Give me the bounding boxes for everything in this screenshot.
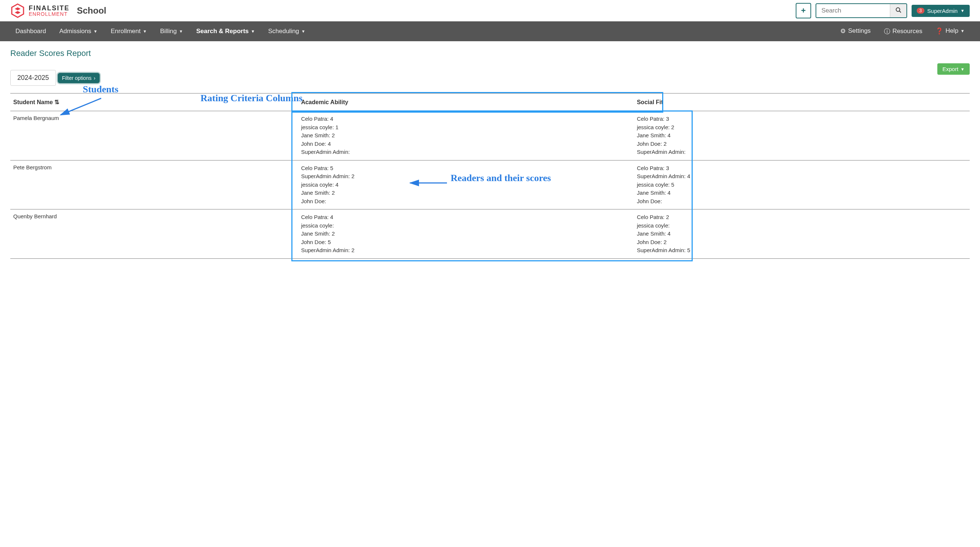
top-header: FINALSITE ENROLLMENT School + 3 SuperAdm… [0,0,980,21]
reader-score: SuperAdmin Admin: [637,148,967,156]
chevron-down-icon: ▼ [251,29,255,33]
col-social-fit[interactable]: Social Fit [634,94,970,111]
gear-icon: ⚙ [840,27,846,35]
main-nav: Dashboard Admissions▼ Enrollment▼ Billin… [0,21,980,41]
filter-options-button[interactable]: Filter options› [58,73,100,83]
reader-score: Jane Smith: 4 [637,131,967,140]
sort-icon: ⇅ [54,99,59,105]
reader-score: John Doe: [301,197,631,206]
nav-resources[interactable]: ⓘResources [877,27,929,36]
student-name-cell: Pamela Bergnaum [10,111,298,161]
table-row: Quenby BernhardCelo Patra: 4jessica coyl… [10,209,970,259]
nav-billing[interactable]: Billing▼ [153,21,189,41]
reader-score: jessica coyle: [301,222,631,230]
reader-score: John Doe: 4 [301,140,631,148]
reader-score: Celo Patra: 3 [637,115,967,123]
student-name-cell: Pete Bergstrom [10,160,298,209]
chevron-down-icon: ▼ [961,29,964,33]
page-content: Reader Scores Report 2024-2025 Export▼ F… [0,41,980,266]
table-body: Pamela BergnaumCelo Patra: 4jessica coyl… [10,111,970,259]
chevron-down-icon: ▼ [961,8,964,13]
reader-score: SuperAdmin Admin: 2 [301,246,631,255]
page-title: Reader Scores Report [10,49,970,58]
nav-admissions[interactable]: Admissions▼ [52,21,104,41]
reader-score: Jane Smith: 4 [637,189,967,197]
col-academic-ability[interactable]: Academic Ability [298,94,634,111]
school-name: School [77,6,106,16]
search-button[interactable] [890,4,907,17]
reader-score: jessica coyle: [637,222,967,230]
reader-score: jessica coyle: 4 [301,181,631,189]
logo: FINALSITE ENROLLMENT [10,3,70,18]
social-fit-cell: Celo Patra: 3SuperAdmin Admin: 4jessica … [634,160,970,209]
reader-score: Celo Patra: 3 [637,164,967,173]
chevron-down-icon: ▼ [179,29,183,33]
reader-score: Celo Patra: 4 [301,213,631,222]
logo-text-1: FINALSITE [29,5,70,11]
nav-scheduling[interactable]: Scheduling▼ [262,21,312,41]
search-bar [816,3,907,18]
reader-score: SuperAdmin Admin: 5 [637,246,967,255]
export-button[interactable]: Export▼ [937,63,970,75]
nav-help[interactable]: ❓Help▼ [929,27,971,35]
svg-point-0 [896,8,900,11]
reader-score: John Doe: 5 [301,238,631,247]
search-input[interactable] [816,4,890,17]
svg-line-1 [899,11,901,13]
notification-badge: 3 [917,8,924,14]
reader-score: Celo Patra: 5 [301,164,631,173]
reader-score: jessica coyle: 1 [301,123,631,132]
reader-score: SuperAdmin Admin: 2 [301,172,631,181]
year-selector[interactable]: 2024-2025 [10,70,56,86]
reader-score: Celo Patra: 4 [301,115,631,123]
reader-score: John Doe: [637,197,967,206]
search-icon [896,7,901,13]
reader-score: jessica coyle: 2 [637,123,967,132]
question-icon: ❓ [935,27,943,35]
student-name-cell: Quenby Bernhard [10,209,298,259]
reader-score: jessica coyle: 5 [637,181,967,189]
user-menu[interactable]: 3 SuperAdmin ▼ [912,5,970,17]
social-fit-cell: Celo Patra: 3jessica coyle: 2Jane Smith:… [634,111,970,161]
reader-score: Jane Smith: 2 [301,230,631,238]
nav-enrollment[interactable]: Enrollment▼ [104,21,153,41]
table-header-row: Student Name ⇅ Academic Ability Social F… [10,94,970,111]
scores-table: Student Name ⇅ Academic Ability Social F… [10,93,970,259]
nav-settings[interactable]: ⚙Settings [834,27,877,35]
chevron-down-icon: ▼ [961,67,964,72]
reader-score: Jane Smith: 2 [301,131,631,140]
social-fit-cell: Celo Patra: 2jessica coyle:Jane Smith: 4… [634,209,970,259]
chevron-down-icon: ▼ [143,29,147,33]
reader-score: SuperAdmin Admin: [301,148,631,156]
col-student-name[interactable]: Student Name ⇅ [10,94,298,111]
add-button[interactable]: + [796,3,811,18]
reader-score: John Doe: 2 [637,238,967,247]
nav-dashboard[interactable]: Dashboard [9,21,52,41]
table-row: Pete BergstromCelo Patra: 5SuperAdmin Ad… [10,160,970,209]
reader-score: SuperAdmin Admin: 4 [637,172,967,181]
reader-score: Jane Smith: 4 [637,230,967,238]
info-icon: ⓘ [884,27,890,36]
plus-icon: + [801,6,806,16]
reader-score: Jane Smith: 2 [301,189,631,197]
logo-text-2: ENROLLMENT [29,11,70,17]
nav-search-reports[interactable]: Search & Reports▼ [189,21,262,41]
academic-ability-cell: Celo Patra: 4jessica coyle:Jane Smith: 2… [298,209,634,259]
table-row: Pamela BergnaumCelo Patra: 4jessica coyl… [10,111,970,161]
chevron-down-icon: ▼ [94,29,97,33]
chevron-right-icon: › [94,75,95,81]
reader-score: Celo Patra: 2 [637,213,967,222]
reader-score: John Doe: 2 [637,140,967,148]
logo-icon [10,3,25,18]
user-name: SuperAdmin [928,8,958,14]
academic-ability-cell: Celo Patra: 5SuperAdmin Admin: 2jessica … [298,160,634,209]
academic-ability-cell: Celo Patra: 4jessica coyle: 1Jane Smith:… [298,111,634,161]
chevron-down-icon: ▼ [301,29,305,33]
